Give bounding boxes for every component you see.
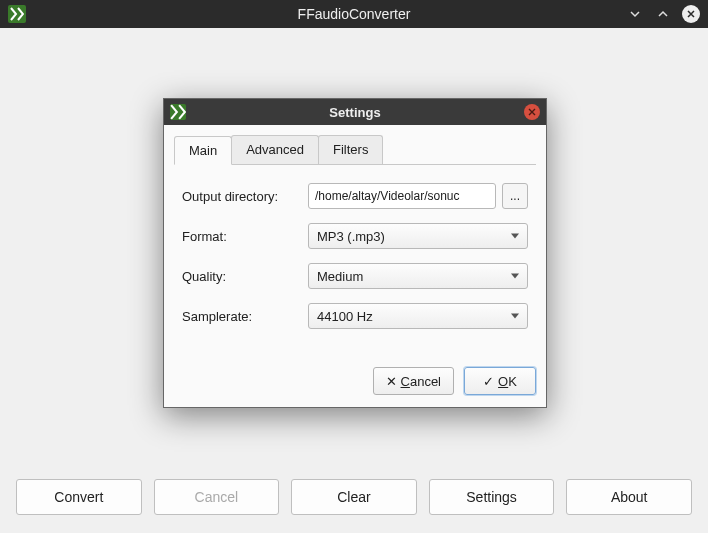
chevron-down-icon	[628, 7, 642, 21]
main-window: FFaudioConverter Settings	[0, 0, 708, 533]
quality-value: Medium	[317, 269, 363, 284]
check-icon: ✓	[483, 374, 494, 389]
close-button[interactable]	[682, 5, 700, 23]
row-samplerate: Samplerate: 44100 Hz	[182, 303, 528, 329]
label-output-directory: Output directory:	[182, 189, 300, 204]
label-samplerate: Samplerate:	[182, 309, 300, 324]
row-output-directory: Output directory: /home/altay/Videolar/s…	[182, 183, 528, 209]
tab-main[interactable]: Main	[174, 136, 232, 165]
main-area: Settings Main Advanced Filters Output di…	[0, 28, 708, 467]
footer-toolbar: Convert Cancel Clear Settings About	[0, 467, 708, 533]
samplerate-select[interactable]: 44100 Hz	[308, 303, 528, 329]
chevron-down-icon	[511, 234, 519, 239]
chevron-up-icon	[656, 7, 670, 21]
app-title: FFaudioConverter	[0, 6, 708, 22]
output-directory-input[interactable]: /home/altay/Videolar/sonuc	[308, 183, 496, 209]
row-quality: Quality: Medium	[182, 263, 528, 289]
quality-select[interactable]: Medium	[308, 263, 528, 289]
window-controls	[626, 5, 700, 23]
dialog-titlebar: Settings	[164, 99, 546, 125]
convert-button[interactable]: Convert	[16, 479, 142, 515]
dialog-close-button[interactable]	[524, 104, 540, 120]
tab-panel-main: Output directory: /home/altay/Videolar/s…	[174, 165, 536, 349]
tab-advanced[interactable]: Advanced	[231, 135, 319, 164]
settings-dialog: Settings Main Advanced Filters Output di…	[163, 98, 547, 408]
close-icon	[686, 9, 696, 19]
maximize-button[interactable]	[654, 5, 672, 23]
ffmpeg-icon	[170, 104, 186, 120]
cancel-button: Cancel	[154, 479, 280, 515]
cancel-button[interactable]: ✕ Cancel	[373, 367, 454, 395]
tab-filters[interactable]: Filters	[318, 135, 383, 164]
label-format: Format:	[182, 229, 300, 244]
ffmpeg-icon	[8, 5, 26, 23]
format-value: MP3 (.mp3)	[317, 229, 385, 244]
close-icon	[528, 108, 536, 116]
about-button[interactable]: About	[566, 479, 692, 515]
tabs: Main Advanced Filters	[174, 135, 536, 165]
chevron-down-icon	[511, 274, 519, 279]
titlebar: FFaudioConverter	[0, 0, 708, 28]
chevron-down-icon	[511, 314, 519, 319]
format-select[interactable]: MP3 (.mp3)	[308, 223, 528, 249]
clear-button[interactable]: Clear	[291, 479, 417, 515]
dialog-title: Settings	[164, 105, 546, 120]
ok-button[interactable]: ✓ OK	[464, 367, 536, 395]
settings-button[interactable]: Settings	[429, 479, 555, 515]
dialog-body: Main Advanced Filters Output directory: …	[164, 125, 546, 359]
dialog-actions: ✕ Cancel ✓ OK	[164, 359, 546, 407]
row-format: Format: MP3 (.mp3)	[182, 223, 528, 249]
label-quality: Quality:	[182, 269, 300, 284]
close-icon: ✕	[386, 374, 397, 389]
minimize-button[interactable]	[626, 5, 644, 23]
browse-button[interactable]: ...	[502, 183, 528, 209]
samplerate-value: 44100 Hz	[317, 309, 373, 324]
